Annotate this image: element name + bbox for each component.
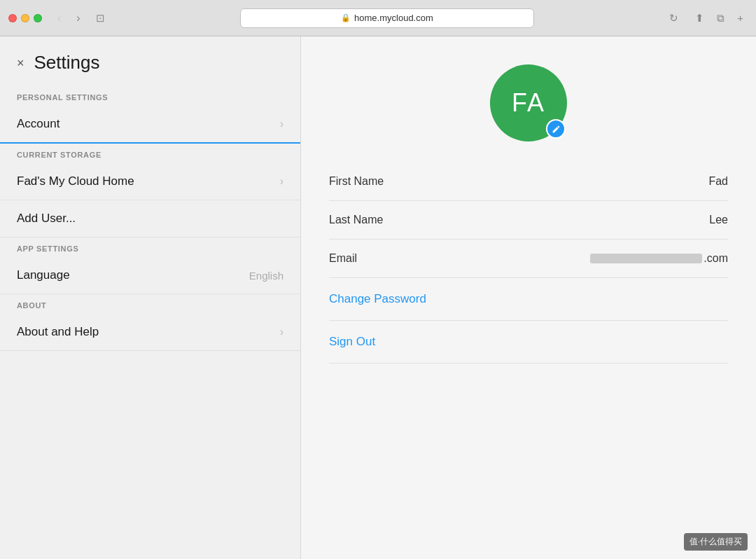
edit-icon <box>552 125 561 134</box>
last-name-label: Last Name <box>329 214 383 226</box>
email-row: Email .com <box>329 240 728 278</box>
app-container: × Settings PERSONAL SETTINGS Account › C… <box>0 36 756 559</box>
new-tab-button[interactable]: + <box>733 11 748 26</box>
browser-chrome: ‹ › ⊡ 🔒 home.mycloud.com ↻ ⬆ ⧉ + <box>0 0 756 36</box>
main-content: FA First Name Fad Last Name Lee Email <box>301 36 756 559</box>
section-about-label: ABOUT <box>0 294 300 314</box>
settings-header: × Settings <box>0 36 300 86</box>
traffic-lights <box>8 14 42 22</box>
language-value: English <box>249 270 284 282</box>
sign-out-link[interactable]: Sign Out <box>329 321 728 364</box>
sidebar-item-language[interactable]: Language English <box>0 257 300 294</box>
address-bar[interactable]: 🔒 home.mycloud.com <box>240 8 534 28</box>
email-domain: .com <box>704 252 728 265</box>
watermark: 值·什么值得买 <box>684 533 748 551</box>
account-chevron: › <box>280 118 284 130</box>
section-storage-label: CURRENT STORAGE <box>0 144 300 163</box>
language-label: Language <box>17 268 70 282</box>
url-text: home.mycloud.com <box>354 13 433 23</box>
email-label: Email <box>329 252 357 265</box>
first-name-label: First Name <box>329 175 384 188</box>
settings-close-button[interactable]: × <box>17 57 24 69</box>
lock-icon: 🔒 <box>341 13 351 22</box>
back-button[interactable]: ‹ <box>53 11 65 26</box>
account-label: Account <box>17 117 59 131</box>
cloud-home-chevron: › <box>280 175 284 188</box>
help-label: About and Help <box>17 325 99 339</box>
sidebar-item-help[interactable]: About and Help › <box>0 314 300 351</box>
window-mode-button[interactable]: ⊡ <box>92 11 109 26</box>
profile-fields: First Name Fad Last Name Lee Email .com … <box>301 163 756 364</box>
browser-right-buttons: ⬆ ⧉ + <box>691 11 748 26</box>
email-value: .com <box>590 252 728 265</box>
avatar-section: FA <box>301 36 756 163</box>
first-name-value: Fad <box>708 175 728 188</box>
settings-title: Settings <box>34 52 100 74</box>
email-blurred-part <box>590 254 702 263</box>
first-name-row: First Name Fad <box>329 163 728 201</box>
change-password-link[interactable]: Change Password <box>329 278 728 321</box>
last-name-row: Last Name Lee <box>329 201 728 240</box>
avatar-wrapper: FA <box>490 64 567 142</box>
forward-button[interactable]: › <box>72 11 84 26</box>
cloud-home-label: Fad's My Cloud Home <box>17 174 134 188</box>
reload-button[interactable]: ↻ <box>664 11 684 26</box>
close-traffic-light[interactable] <box>8 14 17 22</box>
share-button[interactable]: ⬆ <box>691 11 708 26</box>
section-personal-label: PERSONAL SETTINGS <box>0 86 300 106</box>
tabs-button[interactable]: ⧉ <box>713 11 729 26</box>
minimize-traffic-light[interactable] <box>21 14 29 22</box>
sidebar-item-cloud-home[interactable]: Fad's My Cloud Home › <box>0 163 300 200</box>
avatar-edit-button[interactable] <box>546 119 566 139</box>
sidebar: × Settings PERSONAL SETTINGS Account › C… <box>0 36 301 559</box>
section-app-label: APP SETTINGS <box>0 237 300 257</box>
maximize-traffic-light[interactable] <box>34 14 42 22</box>
address-bar-wrap: 🔒 home.mycloud.com ↻ <box>116 8 685 28</box>
help-chevron: › <box>280 326 284 338</box>
sidebar-item-account[interactable]: Account › <box>0 106 300 144</box>
add-user-label: Add User... <box>17 212 76 226</box>
sidebar-item-add-user[interactable]: Add User... <box>0 200 300 237</box>
last-name-value: Lee <box>709 214 728 226</box>
